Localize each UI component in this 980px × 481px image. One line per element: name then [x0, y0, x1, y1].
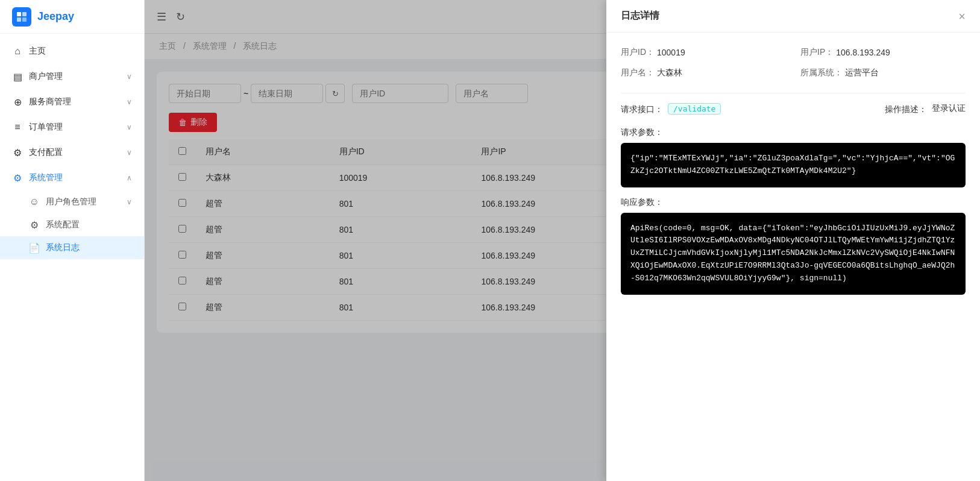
divider-1 — [621, 93, 966, 93]
logo-area: Jeepay — [0, 0, 144, 34]
payment-arrow-icon: ∨ — [127, 148, 132, 157]
sidebar-item-system-config-label: 系统配置 — [46, 219, 80, 230]
merchant-arrow-icon: ∨ — [127, 72, 132, 81]
username-value: 大森林 — [657, 68, 682, 78]
sidebar-item-system-log[interactable]: 📄 系统日志 — [0, 236, 144, 259]
panel-title: 日志详情 — [621, 10, 659, 22]
sidebar-item-service-merchant[interactable]: ⊕ 服务商管理 ∨ — [0, 89, 144, 115]
system-label: 所属系统： — [800, 68, 843, 78]
sidebar-item-order-label: 订单管理 — [29, 122, 63, 133]
sidebar-item-payment-label: 支付配置 — [29, 147, 63, 158]
user-id-value: 100019 — [657, 48, 685, 57]
username-label: 用户名： — [621, 68, 655, 78]
payment-icon: ⚙ — [12, 147, 23, 158]
operation-value: 登录认证 — [932, 103, 966, 114]
detail-panel: 日志详情 × 用户ID： 100019 用户IP： 106.8.193.249 … — [606, 0, 980, 481]
svg-rect-2 — [17, 17, 21, 22]
request-params-section: 请求参数： {"ip":"MTExMTExYWJj","ia":"ZGluZ3p… — [621, 127, 966, 187]
request-params-label: 请求参数： — [621, 127, 966, 138]
logo-icon — [12, 7, 31, 27]
sidebar-item-merchant-label: 商户管理 — [29, 71, 63, 82]
response-params-section: 响应参数： ApiRes(code=0, msg=OK, data={"iTok… — [621, 197, 966, 295]
panel-header: 日志详情 × — [606, 0, 980, 33]
sidebar-item-system[interactable]: ⚙ 系统管理 ∧ — [0, 165, 144, 190]
operation-label: 操作描述： — [885, 103, 927, 115]
panel-close-button[interactable]: × — [958, 10, 966, 22]
sidebar-item-system-label: 系统管理 — [29, 172, 63, 183]
panel-body: 用户ID： 100019 用户IP： 106.8.193.249 用户名： 大森… — [606, 33, 980, 481]
logo-text: Jeepay — [37, 10, 74, 23]
sidebar-item-home-label: 主页 — [29, 46, 46, 57]
sidebar-menu: ⌂ 主页 ▤ 商户管理 ∨ ⊕ 服务商管理 ∨ ≡ 订单管理 ∨ ⚙ 支付配置 … — [0, 34, 144, 481]
sidebar-item-user-role-label: 用户角色管理 — [46, 196, 96, 207]
info-user-ip: 用户IP： 106.8.193.249 — [800, 47, 966, 58]
sidebar-item-merchant[interactable]: ▤ 商户管理 ∨ — [0, 64, 144, 89]
user-role-icon: ☺ — [29, 196, 40, 207]
sidebar-item-order[interactable]: ≡ 订单管理 ∨ — [0, 115, 144, 140]
user-role-arrow-icon: ∨ — [127, 198, 132, 206]
info-username: 用户名： 大森林 — [621, 68, 786, 78]
response-params-label: 响应参数： — [621, 197, 966, 208]
interface-row: 请求接口： /validate 操作描述： 登录认证 — [621, 103, 966, 115]
system-value: 运营平台 — [845, 68, 879, 78]
system-arrow-icon: ∧ — [127, 174, 132, 182]
sidebar: Jeepay ⌂ 主页 ▤ 商户管理 ∨ ⊕ 服务商管理 ∨ ≡ 订单管理 ∨ … — [0, 0, 145, 481]
response-params-code: ApiRes(code=0, msg=OK, data={"iToken":"e… — [621, 213, 966, 295]
home-icon: ⌂ — [12, 46, 23, 57]
request-params-code: {"ip":"MTExMTExYWJj","ia":"ZGluZ3poaXdla… — [621, 143, 966, 187]
sidebar-item-system-log-label: 系统日志 — [46, 242, 80, 253]
sidebar-item-payment[interactable]: ⚙ 支付配置 ∨ — [0, 140, 144, 165]
user-ip-label: 用户IP： — [800, 47, 834, 58]
sidebar-item-user-role[interactable]: ☺ 用户角色管理 ∨ — [0, 190, 144, 213]
order-icon: ≡ — [12, 122, 23, 133]
sidebar-item-home[interactable]: ⌂ 主页 — [0, 39, 144, 64]
svg-rect-1 — [22, 12, 27, 16]
interface-label: 请求接口： — [621, 103, 663, 115]
interface-badge: /validate — [668, 103, 721, 115]
sidebar-item-service-label: 服务商管理 — [29, 96, 71, 107]
info-system: 所属系统： 运营平台 — [800, 68, 966, 78]
order-arrow-icon: ∨ — [127, 123, 132, 131]
info-grid: 用户ID： 100019 用户IP： 106.8.193.249 用户名： 大森… — [621, 47, 966, 78]
service-arrow-icon: ∨ — [127, 98, 132, 106]
log-icon: 📄 — [29, 242, 40, 253]
system-icon: ⚙ — [12, 172, 23, 183]
info-user-id: 用户ID： 100019 — [621, 47, 786, 58]
svg-rect-3 — [22, 17, 27, 22]
config-icon: ⚙ — [29, 219, 40, 230]
user-ip-value: 106.8.193.249 — [836, 48, 890, 57]
merchant-icon: ▤ — [12, 71, 23, 82]
svg-rect-0 — [17, 12, 21, 16]
user-id-label: 用户ID： — [621, 47, 655, 58]
service-icon: ⊕ — [12, 96, 23, 107]
sidebar-item-system-config[interactable]: ⚙ 系统配置 — [0, 213, 144, 236]
